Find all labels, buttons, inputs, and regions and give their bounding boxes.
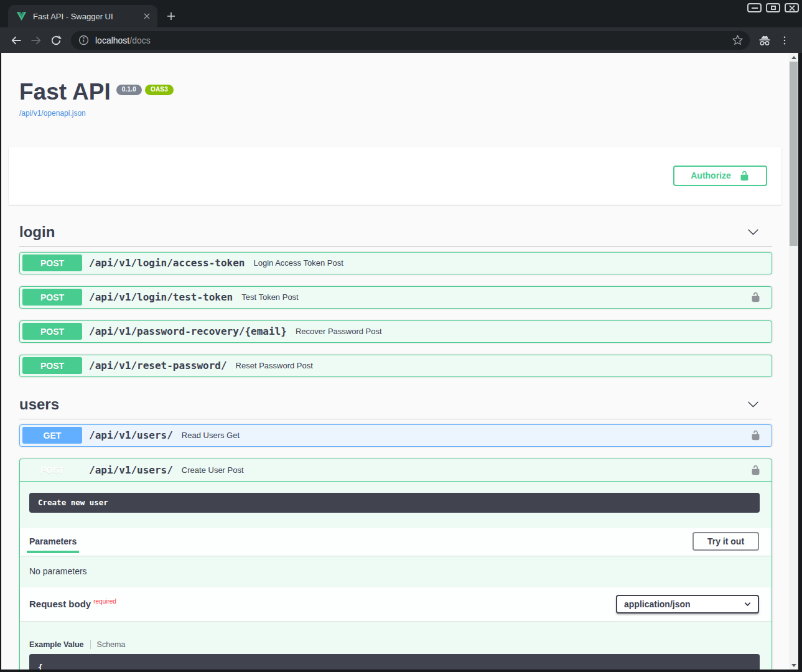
maximize-icon: [771, 6, 776, 10]
endpoint-path: /api/v1/users/: [89, 464, 173, 476]
close-icon: [789, 5, 795, 11]
lock-icon[interactable]: [750, 292, 761, 302]
forward-button[interactable]: [26, 30, 46, 50]
parameters-header: Parameters Try it out: [20, 528, 772, 556]
scrollbar-thumb[interactable]: [790, 62, 798, 246]
page-viewport: Fast API0.1.0OAS3 /api/v1/openapi.json A…: [1, 53, 798, 670]
endpoint-path: /api/v1/password-recovery/{email}: [89, 325, 287, 337]
tab-example-value[interactable]: Example Value: [29, 640, 84, 649]
endpoint-password-recovery[interactable]: POST /api/v1/password-recovery/{email} R…: [19, 320, 772, 343]
incognito-icon: [758, 34, 772, 47]
endpoint-read-users[interactable]: GET /api/v1/users/ Read Users Get: [19, 424, 772, 447]
method-badge: POST: [22, 289, 82, 306]
endpoint-path: /api/v1/users/: [89, 429, 173, 441]
tab-schema[interactable]: Schema: [97, 640, 126, 649]
lock-icon[interactable]: [750, 430, 761, 441]
openapi-spec-link[interactable]: /api/v1/openapi.json: [19, 109, 86, 118]
endpoint-summary: Read Users Get: [182, 431, 750, 440]
endpoint-create-user-summary[interactable]: POST /api/v1/users/ Create User Post: [20, 459, 772, 482]
lock-icon[interactable]: [750, 465, 761, 475]
operation-description: Create new user: [29, 493, 760, 513]
endpoint-login-test-token[interactable]: POST /api/v1/login/test-token Test Token…: [19, 286, 772, 309]
endpoint-path: /api/v1/login/access-token: [89, 257, 245, 269]
content-type-select[interactable]: application/json: [616, 595, 759, 614]
minimize-button[interactable]: [747, 3, 762, 12]
request-body-label: Request body: [29, 599, 91, 609]
section-users-header[interactable]: users: [19, 396, 772, 419]
star-icon: [732, 34, 744, 46]
address-bar[interactable]: localhost/docs: [71, 31, 750, 50]
model-example: Example Value Schema {: [20, 621, 772, 670]
incognito-indicator: [755, 30, 775, 50]
scrollbar-up-arrow[interactable]: [789, 53, 798, 62]
window-controls: [747, 3, 799, 12]
url-host: localhost: [95, 35, 129, 45]
site-info-icon[interactable]: [78, 35, 89, 45]
tab-close-icon[interactable]: [141, 11, 152, 22]
endpoint-summary: Test Token Post: [241, 292, 750, 302]
new-tab-button[interactable]: [163, 8, 179, 24]
method-badge: POST: [22, 462, 82, 478]
chevron-down-icon: [744, 600, 752, 608]
required-label: required: [93, 598, 116, 605]
oas3-badge: OAS3: [145, 85, 174, 95]
request-body-label-group: Request bodyrequired: [29, 599, 116, 610]
method-badge: POST: [22, 254, 82, 271]
reload-button[interactable]: [46, 30, 66, 50]
unlock-icon: [739, 170, 750, 181]
chevron-down-icon[interactable]: [747, 398, 759, 410]
bookmark-star-button[interactable]: [732, 34, 744, 46]
minimize-icon: [752, 7, 758, 9]
endpoint-create-user-expanded: POST /api/v1/users/ Create User Post Cre…: [19, 459, 772, 670]
try-it-out-button[interactable]: Try it out: [692, 532, 759, 551]
browser-titlebar: Fast API - Swagger UI: [0, 0, 802, 27]
back-button[interactable]: [6, 30, 26, 50]
example-tabs: Example Value Schema: [29, 640, 760, 649]
swagger-page: Fast API0.1.0OAS3 /api/v1/openapi.json A…: [1, 53, 789, 670]
browser-toolbar: localhost/docs: [0, 27, 802, 53]
section-login-header[interactable]: login: [19, 223, 772, 247]
endpoint-summary: Reset Password Post: [236, 361, 750, 370]
version-badge: 0.1.0: [116, 85, 142, 95]
tab-parameters[interactable]: Parameters: [29, 536, 77, 546]
endpoint-summary: Create User Post: [182, 465, 750, 475]
browser-window: Fast API - Swagger UI: [0, 0, 802, 672]
scrollbar-down-arrow[interactable]: [789, 661, 798, 670]
url-path: /docs: [129, 35, 150, 45]
section-users: users GET /api/v1/users/ Read Users Get: [19, 396, 772, 670]
endpoint-summary: Recover Password Post: [296, 327, 750, 336]
method-badge: POST: [22, 357, 82, 374]
tab-title: Fast API - Swagger UI: [33, 12, 141, 21]
endpoint-path: /api/v1/reset-password/: [89, 360, 227, 371]
section-login: login POST /api/v1/login/access-token Lo…: [19, 223, 772, 377]
tab-divider: [90, 640, 91, 649]
browser-tab[interactable]: Fast API - Swagger UI: [8, 5, 157, 27]
request-body-header: Request bodyrequired application/json: [20, 587, 772, 621]
api-info: Fast API0.1.0OAS3 /api/v1/openapi.json: [19, 53, 772, 118]
method-badge: POST: [22, 323, 82, 340]
no-parameters-text: No parameters: [20, 556, 772, 587]
endpoint-path: /api/v1/login/test-token: [89, 291, 233, 303]
maximize-button[interactable]: [766, 3, 780, 12]
page-title: Fast API0.1.0OAS3: [19, 80, 772, 105]
authorize-button[interactable]: Authorize: [673, 166, 767, 186]
reload-icon: [50, 34, 62, 47]
url-text: localhost/docs: [95, 35, 151, 45]
back-icon: [10, 34, 22, 47]
swagger-favicon-icon: [16, 11, 27, 21]
example-code-block: {: [29, 654, 760, 670]
forward-icon: [30, 34, 42, 47]
endpoint-summary: Login Access Token Post: [253, 258, 750, 268]
chevron-down-icon[interactable]: [747, 226, 759, 238]
page-scrollbar[interactable]: [789, 53, 798, 670]
kebab-menu-icon: [779, 35, 790, 46]
section-title: users: [19, 396, 59, 413]
scheme-container: Authorize: [9, 147, 781, 205]
endpoint-login-access-token[interactable]: POST /api/v1/login/access-token Login Ac…: [19, 252, 772, 274]
method-badge: GET: [22, 427, 82, 444]
section-title: login: [19, 223, 55, 241]
close-button[interactable]: [785, 3, 799, 12]
browser-menu-button[interactable]: [775, 30, 795, 50]
endpoint-reset-password[interactable]: POST /api/v1/reset-password/ Reset Passw…: [19, 355, 772, 377]
